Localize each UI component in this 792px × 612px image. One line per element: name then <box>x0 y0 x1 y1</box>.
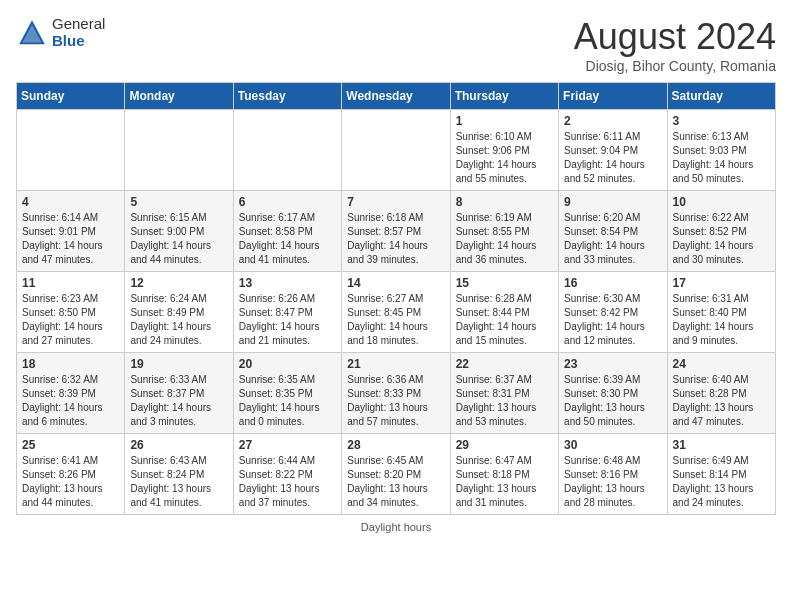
title-area: August 2024 Diosig, Bihor County, Romani… <box>574 16 776 74</box>
day-number: 17 <box>673 276 770 290</box>
day-info: Sunrise: 6:40 AM Sunset: 8:28 PM Dayligh… <box>673 373 770 429</box>
day-number: 24 <box>673 357 770 371</box>
day-info: Sunrise: 6:47 AM Sunset: 8:18 PM Dayligh… <box>456 454 553 510</box>
day-number: 10 <box>673 195 770 209</box>
day-info: Sunrise: 6:35 AM Sunset: 8:35 PM Dayligh… <box>239 373 336 429</box>
day-info: Sunrise: 6:30 AM Sunset: 8:42 PM Dayligh… <box>564 292 661 348</box>
day-number: 18 <box>22 357 119 371</box>
calendar-cell <box>342 110 450 191</box>
calendar-cell: 4Sunrise: 6:14 AM Sunset: 9:01 PM Daylig… <box>17 191 125 272</box>
calendar-cell: 17Sunrise: 6:31 AM Sunset: 8:40 PM Dayli… <box>667 272 775 353</box>
calendar-col-tuesday: Tuesday <box>233 83 341 110</box>
day-info: Sunrise: 6:39 AM Sunset: 8:30 PM Dayligh… <box>564 373 661 429</box>
day-info: Sunrise: 6:33 AM Sunset: 8:37 PM Dayligh… <box>130 373 227 429</box>
day-info: Sunrise: 6:48 AM Sunset: 8:16 PM Dayligh… <box>564 454 661 510</box>
day-number: 16 <box>564 276 661 290</box>
day-info: Sunrise: 6:19 AM Sunset: 8:55 PM Dayligh… <box>456 211 553 267</box>
day-number: 12 <box>130 276 227 290</box>
calendar-cell: 10Sunrise: 6:22 AM Sunset: 8:52 PM Dayli… <box>667 191 775 272</box>
day-info: Sunrise: 6:41 AM Sunset: 8:26 PM Dayligh… <box>22 454 119 510</box>
calendar-cell: 5Sunrise: 6:15 AM Sunset: 9:00 PM Daylig… <box>125 191 233 272</box>
calendar-cell: 15Sunrise: 6:28 AM Sunset: 8:44 PM Dayli… <box>450 272 558 353</box>
subtitle: Diosig, Bihor County, Romania <box>574 58 776 74</box>
calendar-cell: 6Sunrise: 6:17 AM Sunset: 8:58 PM Daylig… <box>233 191 341 272</box>
day-info: Sunrise: 6:44 AM Sunset: 8:22 PM Dayligh… <box>239 454 336 510</box>
day-number: 29 <box>456 438 553 452</box>
footer-note: Daylight hours <box>16 521 776 533</box>
day-number: 4 <box>22 195 119 209</box>
day-number: 21 <box>347 357 444 371</box>
day-number: 2 <box>564 114 661 128</box>
day-number: 6 <box>239 195 336 209</box>
calendar-col-sunday: Sunday <box>17 83 125 110</box>
day-info: Sunrise: 6:31 AM Sunset: 8:40 PM Dayligh… <box>673 292 770 348</box>
day-number: 8 <box>456 195 553 209</box>
calendar-cell: 27Sunrise: 6:44 AM Sunset: 8:22 PM Dayli… <box>233 434 341 515</box>
day-number: 25 <box>22 438 119 452</box>
day-number: 7 <box>347 195 444 209</box>
day-number: 23 <box>564 357 661 371</box>
calendar-cell: 26Sunrise: 6:43 AM Sunset: 8:24 PM Dayli… <box>125 434 233 515</box>
day-number: 3 <box>673 114 770 128</box>
day-number: 19 <box>130 357 227 371</box>
day-number: 9 <box>564 195 661 209</box>
day-number: 31 <box>673 438 770 452</box>
calendar-week-row: 11Sunrise: 6:23 AM Sunset: 8:50 PM Dayli… <box>17 272 776 353</box>
day-info: Sunrise: 6:15 AM Sunset: 9:00 PM Dayligh… <box>130 211 227 267</box>
day-number: 1 <box>456 114 553 128</box>
calendar-cell: 30Sunrise: 6:48 AM Sunset: 8:16 PM Dayli… <box>559 434 667 515</box>
day-info: Sunrise: 6:22 AM Sunset: 8:52 PM Dayligh… <box>673 211 770 267</box>
day-number: 27 <box>239 438 336 452</box>
calendar-cell: 28Sunrise: 6:45 AM Sunset: 8:20 PM Dayli… <box>342 434 450 515</box>
day-number: 22 <box>456 357 553 371</box>
day-number: 20 <box>239 357 336 371</box>
day-info: Sunrise: 6:28 AM Sunset: 8:44 PM Dayligh… <box>456 292 553 348</box>
day-info: Sunrise: 6:10 AM Sunset: 9:06 PM Dayligh… <box>456 130 553 186</box>
calendar-cell: 21Sunrise: 6:36 AM Sunset: 8:33 PM Dayli… <box>342 353 450 434</box>
day-info: Sunrise: 6:24 AM Sunset: 8:49 PM Dayligh… <box>130 292 227 348</box>
calendar-cell: 8Sunrise: 6:19 AM Sunset: 8:55 PM Daylig… <box>450 191 558 272</box>
day-info: Sunrise: 6:27 AM Sunset: 8:45 PM Dayligh… <box>347 292 444 348</box>
calendar-cell: 24Sunrise: 6:40 AM Sunset: 8:28 PM Dayli… <box>667 353 775 434</box>
calendar-cell: 3Sunrise: 6:13 AM Sunset: 9:03 PM Daylig… <box>667 110 775 191</box>
month-title: August 2024 <box>574 16 776 58</box>
day-info: Sunrise: 6:11 AM Sunset: 9:04 PM Dayligh… <box>564 130 661 186</box>
calendar-col-friday: Friday <box>559 83 667 110</box>
day-number: 14 <box>347 276 444 290</box>
day-info: Sunrise: 6:13 AM Sunset: 9:03 PM Dayligh… <box>673 130 770 186</box>
day-number: 15 <box>456 276 553 290</box>
calendar-cell <box>17 110 125 191</box>
calendar-cell: 31Sunrise: 6:49 AM Sunset: 8:14 PM Dayli… <box>667 434 775 515</box>
day-info: Sunrise: 6:14 AM Sunset: 9:01 PM Dayligh… <box>22 211 119 267</box>
calendar-cell: 23Sunrise: 6:39 AM Sunset: 8:30 PM Dayli… <box>559 353 667 434</box>
calendar-cell: 20Sunrise: 6:35 AM Sunset: 8:35 PM Dayli… <box>233 353 341 434</box>
day-number: 5 <box>130 195 227 209</box>
day-info: Sunrise: 6:23 AM Sunset: 8:50 PM Dayligh… <box>22 292 119 348</box>
calendar-cell: 7Sunrise: 6:18 AM Sunset: 8:57 PM Daylig… <box>342 191 450 272</box>
calendar-week-row: 4Sunrise: 6:14 AM Sunset: 9:01 PM Daylig… <box>17 191 776 272</box>
day-info: Sunrise: 6:17 AM Sunset: 8:58 PM Dayligh… <box>239 211 336 267</box>
calendar-cell: 29Sunrise: 6:47 AM Sunset: 8:18 PM Dayli… <box>450 434 558 515</box>
calendar-cell: 9Sunrise: 6:20 AM Sunset: 8:54 PM Daylig… <box>559 191 667 272</box>
day-number: 26 <box>130 438 227 452</box>
calendar-week-row: 1Sunrise: 6:10 AM Sunset: 9:06 PM Daylig… <box>17 110 776 191</box>
header: General Blue August 2024 Diosig, Bihor C… <box>16 16 776 74</box>
calendar-cell: 19Sunrise: 6:33 AM Sunset: 8:37 PM Dayli… <box>125 353 233 434</box>
logo-icon <box>16 17 48 49</box>
logo: General Blue <box>16 16 105 49</box>
day-info: Sunrise: 6:37 AM Sunset: 8:31 PM Dayligh… <box>456 373 553 429</box>
calendar-table: SundayMondayTuesdayWednesdayThursdayFrid… <box>16 82 776 515</box>
calendar-cell <box>125 110 233 191</box>
day-info: Sunrise: 6:32 AM Sunset: 8:39 PM Dayligh… <box>22 373 119 429</box>
calendar-cell: 12Sunrise: 6:24 AM Sunset: 8:49 PM Dayli… <box>125 272 233 353</box>
logo-general-text: General <box>52 16 105 33</box>
calendar-week-row: 25Sunrise: 6:41 AM Sunset: 8:26 PM Dayli… <box>17 434 776 515</box>
day-info: Sunrise: 6:26 AM Sunset: 8:47 PM Dayligh… <box>239 292 336 348</box>
day-info: Sunrise: 6:20 AM Sunset: 8:54 PM Dayligh… <box>564 211 661 267</box>
calendar-col-wednesday: Wednesday <box>342 83 450 110</box>
calendar-cell: 18Sunrise: 6:32 AM Sunset: 8:39 PM Dayli… <box>17 353 125 434</box>
day-number: 30 <box>564 438 661 452</box>
calendar-header-row: SundayMondayTuesdayWednesdayThursdayFrid… <box>17 83 776 110</box>
calendar-cell: 16Sunrise: 6:30 AM Sunset: 8:42 PM Dayli… <box>559 272 667 353</box>
calendar-cell: 14Sunrise: 6:27 AM Sunset: 8:45 PM Dayli… <box>342 272 450 353</box>
